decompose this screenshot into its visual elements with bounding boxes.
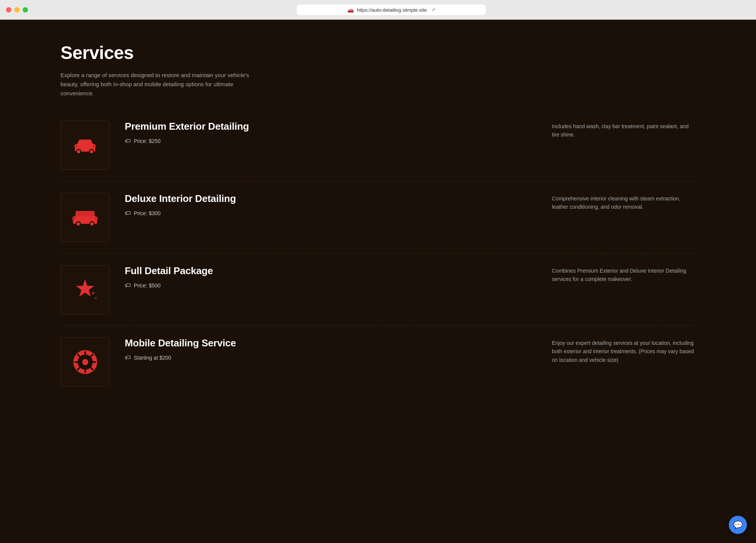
svg-point-4 [90, 150, 93, 154]
service-price-deluxe-interior: 🏷 Price: $300 [125, 210, 537, 217]
svg-rect-13 [95, 217, 98, 220]
service-description-deluxe-interior: Comprehensive interior cleaning with ste… [552, 193, 696, 211]
price-tag-icon-2: 🏷 [125, 210, 131, 217]
svg-marker-17 [91, 291, 95, 295]
price-tag-icon-4: 🏷 [125, 354, 131, 361]
service-description-full-detail: Combines Premium Exterior and Deluxe Int… [552, 265, 696, 284]
external-link-icon[interactable]: ↗ [431, 7, 435, 12]
suv-icon [71, 208, 99, 227]
minimize-button[interactable] [14, 7, 20, 12]
browser-controls [6, 7, 28, 12]
service-item-full-detail: Full Detail Package 🏷 Price: $500 Combin… [60, 254, 696, 326]
service-icon-box-deluxe-interior [60, 193, 110, 242]
svg-point-9 [77, 222, 80, 226]
services-list: Premium Exterior Detailing 🏷 Price: $250… [60, 117, 696, 398]
car-icon [72, 136, 98, 155]
service-item-premium-exterior: Premium Exterior Detailing 🏷 Price: $250… [60, 117, 696, 182]
page-title: Services [60, 42, 696, 63]
close-button[interactable] [6, 7, 11, 12]
chat-icon: 💬 [733, 520, 743, 529]
svg-rect-14 [77, 212, 83, 216]
service-details-full-detail: Full Detail Package 🏷 Price: $500 [125, 265, 552, 289]
service-item-mobile-detailing: Mobile Detailing Service 🏷 Starting at $… [60, 326, 696, 398]
service-icon-box-full-detail [60, 265, 110, 314]
svg-point-11 [90, 222, 94, 226]
svg-rect-15 [84, 212, 93, 216]
price-tag-icon-3: 🏷 [125, 282, 131, 289]
svg-marker-16 [76, 279, 94, 296]
service-price-premium-exterior: 🏷 Price: $250 [125, 138, 537, 144]
service-details-mobile-detailing: Mobile Detailing Service 🏷 Starting at $… [125, 337, 552, 361]
service-price-mobile-detailing: 🏷 Starting at $200 [125, 354, 537, 361]
service-details-premium-exterior: Premium Exterior Detailing 🏷 Price: $250 [125, 121, 552, 144]
price-value-premium-exterior: Price: $250 [134, 138, 161, 144]
service-icon-box-premium-exterior [60, 121, 110, 170]
price-value-full-detail: Price: $500 [134, 282, 161, 289]
svg-marker-18 [94, 297, 97, 299]
svg-rect-12 [72, 217, 75, 220]
service-details-deluxe-interior: Deluxe Interior Detailing 🏷 Price: $300 [125, 193, 552, 217]
svg-rect-6 [93, 145, 96, 147]
browser-chrome: 🚗 https://auto-detailing.siimple.site ↗ [0, 0, 756, 20]
chat-button[interactable]: 💬 [729, 516, 747, 534]
service-description-premium-exterior: Includes hand wash, clay bar treatment, … [552, 121, 696, 139]
url-bar[interactable]: 🚗 https://auto-detailing.siimple.site ↗ [297, 5, 486, 15]
price-value-deluxe-interior: Price: $300 [134, 210, 161, 216]
svg-point-2 [77, 150, 81, 154]
price-tag-icon: 🏷 [125, 138, 131, 144]
svg-rect-5 [74, 145, 77, 147]
service-price-full-detail: 🏷 Price: $500 [125, 282, 537, 289]
service-item-deluxe-interior: Deluxe Interior Detailing 🏷 Price: $300 … [60, 182, 696, 254]
service-name-premium-exterior: Premium Exterior Detailing [125, 121, 537, 132]
service-name-full-detail: Full Detail Package [125, 265, 537, 277]
price-value-mobile-detailing: Starting at $200 [134, 355, 171, 361]
wheel-icon [73, 350, 98, 374]
service-description-mobile-detailing: Enjoy our expert detailing services at y… [552, 337, 696, 364]
star-icon [73, 278, 98, 302]
main-content: Services Explore a range of services des… [0, 20, 756, 543]
maximize-button[interactable] [23, 7, 28, 12]
svg-point-34 [82, 359, 88, 365]
favicon-icon: 🚗 [347, 7, 354, 13]
url-text: https://auto-detailing.siimple.site [357, 7, 427, 13]
service-name-deluxe-interior: Deluxe Interior Detailing [125, 193, 537, 205]
service-icon-box-mobile-detailing [60, 337, 110, 386]
service-name-mobile-detailing: Mobile Detailing Service [125, 337, 537, 349]
page-description: Explore a range of services designed to … [60, 71, 261, 98]
